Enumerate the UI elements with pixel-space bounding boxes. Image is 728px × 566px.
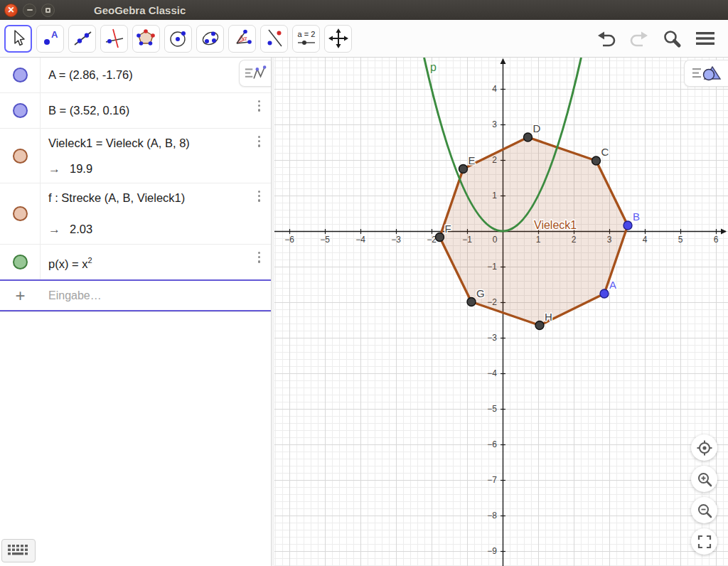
zoom-in-icon bbox=[696, 471, 713, 488]
svg-text:−4: −4 bbox=[355, 235, 365, 245]
zoom-controls bbox=[691, 434, 717, 555]
svg-text:−4: −4 bbox=[487, 368, 497, 378]
tool-line[interactable] bbox=[68, 25, 96, 53]
circle-icon bbox=[168, 28, 189, 49]
tool-move-graphics-view[interactable] bbox=[324, 25, 352, 53]
point-label-A: A bbox=[609, 279, 616, 291]
visibility-toggle-Vieleck1[interactable] bbox=[13, 149, 28, 164]
move-canvas-icon bbox=[328, 28, 349, 49]
row-menu-f[interactable] bbox=[256, 188, 262, 204]
standard-view-button[interactable] bbox=[691, 434, 717, 461]
point-G[interactable] bbox=[467, 298, 476, 306]
graphics-view: −6−5−4−3−2−101234564321−1−2−3−4−5−6−7−8−… bbox=[274, 58, 728, 566]
minimize-icon bbox=[27, 9, 33, 11]
algebra-row-A: A = (2.86, -1.76) bbox=[0, 58, 271, 93]
angle-icon: α bbox=[232, 28, 253, 49]
zoom-in-button[interactable] bbox=[691, 466, 717, 492]
visibility-toggle-f[interactable] bbox=[13, 206, 28, 221]
algebra-entry-p[interactable]: p(x) = x2 bbox=[48, 253, 264, 272]
tool-move[interactable] bbox=[4, 25, 32, 53]
algebra-input[interactable] bbox=[41, 289, 271, 302]
point-C[interactable] bbox=[592, 156, 601, 165]
tool-reflect-about-line[interactable] bbox=[260, 25, 288, 53]
point-A[interactable] bbox=[600, 289, 609, 298]
polygon-icon bbox=[136, 28, 157, 49]
menu-button[interactable] bbox=[692, 27, 718, 50]
polygon-label-Vieleck1: Vieleck1 bbox=[534, 219, 577, 231]
keyboard-toggle-button[interactable] bbox=[1, 539, 36, 562]
search-button[interactable] bbox=[660, 26, 684, 50]
svg-text:4: 4 bbox=[643, 235, 648, 245]
point-F[interactable] bbox=[436, 233, 444, 242]
algebra-entry-f[interactable]: f : Strecke (A, B, Vieleck1) bbox=[48, 191, 264, 205]
svg-text:−6: −6 bbox=[284, 235, 294, 245]
tool-conic-through-points[interactable] bbox=[196, 25, 224, 53]
tool-circle-center-point[interactable] bbox=[164, 25, 192, 53]
point-H[interactable] bbox=[535, 321, 544, 330]
undo-icon bbox=[596, 28, 617, 48]
curve-label-p: p bbox=[430, 61, 437, 73]
graphics-style-icon bbox=[691, 64, 722, 82]
algebra-value-f: 2.03 bbox=[70, 222, 92, 237]
minimize-button[interactable] bbox=[23, 4, 36, 17]
home-target-icon bbox=[696, 439, 713, 456]
svg-text:−8: −8 bbox=[487, 511, 497, 520]
ellipse-icon bbox=[200, 28, 221, 49]
svg-text:4: 4 bbox=[492, 84, 497, 94]
graphics-canvas[interactable]: −6−5−4−3−2−101234564321−1−2−3−4−5−6−7−8−… bbox=[274, 58, 728, 566]
keyboard-icon bbox=[7, 544, 30, 558]
algebra-row-p: p(x) = x2 bbox=[0, 245, 271, 279]
row-menu-Vieleck1[interactable] bbox=[256, 134, 262, 149]
point-D[interactable] bbox=[524, 133, 532, 142]
main-area: A = (2.86, -1.76) B = (3.52, 0.16) Viele… bbox=[0, 58, 728, 566]
slider-icon: a = 2 bbox=[295, 28, 318, 49]
reflect-icon bbox=[264, 28, 285, 49]
point-icon: A bbox=[40, 28, 61, 49]
visibility-toggle-A[interactable] bbox=[13, 68, 28, 82]
graphics-style-button[interactable] bbox=[684, 60, 728, 87]
fullscreen-button[interactable] bbox=[691, 528, 717, 555]
algebra-entry-B[interactable]: B = (3.52, 0.16) bbox=[48, 103, 264, 118]
tool-angle[interactable]: α bbox=[228, 25, 256, 53]
svg-text:a = 2: a = 2 bbox=[297, 30, 315, 38]
output-arrow: → bbox=[48, 222, 60, 237]
point-label-C: C bbox=[601, 146, 609, 158]
point-label-G: G bbox=[476, 287, 485, 299]
algebra-row-B: B = (3.52, 0.16) bbox=[0, 93, 271, 129]
point-label-B: B bbox=[633, 210, 640, 223]
tool-point[interactable]: A bbox=[36, 25, 64, 53]
row-menu-p[interactable] bbox=[256, 250, 262, 265]
svg-text:A: A bbox=[51, 29, 58, 40]
point-E[interactable] bbox=[459, 165, 468, 173]
point-label-H: H bbox=[545, 311, 552, 323]
visibility-toggle-B[interactable] bbox=[13, 103, 28, 118]
tool-perpendicular-line[interactable] bbox=[100, 25, 128, 53]
point-B[interactable] bbox=[623, 221, 632, 230]
hamburger-icon bbox=[694, 28, 717, 48]
row-menu-B[interactable] bbox=[256, 98, 262, 114]
visibility-toggle-p[interactable] bbox=[13, 255, 28, 269]
redo-icon bbox=[628, 28, 650, 48]
zoom-out-icon bbox=[696, 502, 713, 519]
algebra-style-button[interactable] bbox=[239, 60, 271, 87]
tool-slider[interactable]: a = 2 bbox=[292, 25, 320, 53]
point-label-D: D bbox=[533, 122, 541, 134]
point-label-F: F bbox=[445, 223, 451, 235]
algebra-style-icon bbox=[244, 64, 267, 82]
toolbar-actions bbox=[594, 26, 718, 50]
undo-button[interactable] bbox=[594, 27, 619, 50]
svg-text:6: 6 bbox=[714, 235, 719, 245]
svg-text:−9: −9 bbox=[487, 546, 497, 556]
svg-text:−3: −3 bbox=[391, 235, 401, 245]
tool-polygon[interactable] bbox=[132, 25, 160, 53]
close-button[interactable]: ✕ bbox=[4, 4, 18, 17]
maximize-icon bbox=[46, 8, 50, 13]
algebra-entry-A[interactable]: A = (2.86, -1.76) bbox=[48, 68, 264, 82]
toolbar: A bbox=[0, 20, 728, 58]
maximize-button[interactable] bbox=[41, 4, 55, 17]
add-entry-button[interactable]: + bbox=[0, 287, 41, 304]
algebra-entry-Vieleck1[interactable]: Vieleck1 = Vieleck (A, B, 8) bbox=[48, 136, 264, 151]
svg-text:−5: −5 bbox=[487, 404, 497, 414]
redo-button[interactable] bbox=[627, 27, 651, 50]
zoom-out-button[interactable] bbox=[691, 497, 717, 523]
